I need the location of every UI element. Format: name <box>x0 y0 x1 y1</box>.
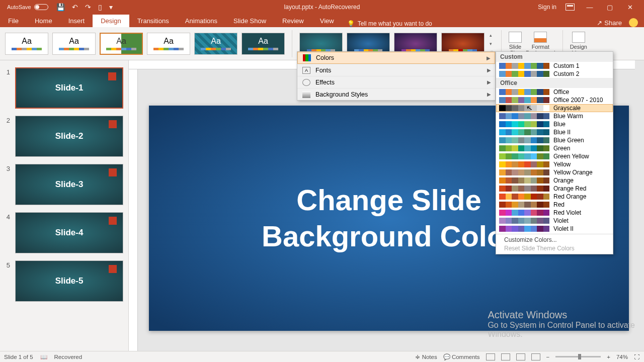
autosave-toggle[interactable]: AutoSave <box>7 4 48 10</box>
maximize-button[interactable]: ▢ <box>600 4 620 11</box>
scheme-name: Blue Warm <box>553 113 583 120</box>
menu-item-colors[interactable]: Colors ▶ <box>297 52 495 64</box>
color-scheme-item[interactable]: Blue Green <box>496 136 613 144</box>
status-bar: Slide 1 of 5 📖 Recovered ≑ Notes 💬 Comme… <box>0 351 644 362</box>
theme-thumb[interactable]: Aa <box>52 33 96 55</box>
variants-dropdown: Colors ▶ A Fonts ▶ Effects ▶ Background … <box>297 51 496 101</box>
sign-in-button[interactable]: Sign in <box>534 4 560 11</box>
scheme-name: Green Yellow <box>553 153 589 160</box>
swatch-icon <box>499 137 549 143</box>
tab-insert[interactable]: Insert <box>60 15 93 27</box>
slide-thumbnail[interactable]: Slide-1 <box>15 67 123 109</box>
color-scheme-item[interactable]: Orange <box>496 176 613 185</box>
colors-icon <box>303 54 311 61</box>
menu-item-fonts[interactable]: A Fonts ▶ <box>297 64 495 76</box>
slide-thumbnail-pane[interactable]: 1 Slide-1 2 Slide-2 3 Slide-3 4 Slide-4 … <box>0 60 129 351</box>
chevron-right-icon: ▶ <box>487 67 491 73</box>
tab-animations[interactable]: Animations <box>177 15 225 27</box>
swatch-icon <box>499 161 549 167</box>
qat-more-icon[interactable]: ▾ <box>109 4 113 11</box>
scheme-name: Grayscale <box>553 105 581 112</box>
close-button[interactable]: ✕ <box>620 4 640 11</box>
tell-me-search[interactable]: 💡 Tell me what you want to do <box>342 20 437 27</box>
slideshow-view-button[interactable] <box>531 353 540 360</box>
color-scheme-item[interactable]: Violet <box>496 217 613 225</box>
theme-thumb[interactable]: Aa <box>242 33 285 55</box>
thumb-row[interactable]: 3 Slide-3 <box>0 162 128 210</box>
tab-view[interactable]: View <box>312 15 342 27</box>
color-scheme-item[interactable]: Yellow Orange <box>496 168 613 176</box>
color-scheme-item[interactable]: Red <box>496 201 613 209</box>
swatch-icon <box>499 169 549 175</box>
document-title: layout.pptx - AutoRecovered <box>284 4 360 11</box>
color-scheme-list[interactable]: CustomCustom 1Custom 2OfficeOfficeOffice… <box>496 52 613 234</box>
spellcheck-icon[interactable]: 📖 <box>40 353 47 360</box>
zoom-slider[interactable] <box>555 356 601 357</box>
thumb-row[interactable]: 1 Slide-1 <box>0 65 128 114</box>
ribbon-display-icon[interactable] <box>566 4 575 11</box>
fit-to-window-button[interactable]: ⛶ <box>634 354 640 360</box>
tab-slideshow[interactable]: Slide Show <box>225 15 274 27</box>
redo-icon[interactable]: ↷ <box>85 4 91 11</box>
zoom-level[interactable]: 74% <box>616 354 628 360</box>
theme-thumb[interactable]: Aa <box>194 33 237 55</box>
bulb-icon: 💡 <box>347 20 355 27</box>
chevron-right-icon: ▶ <box>487 55 491 61</box>
slide-title-text[interactable]: Change Slide Background Color <box>262 182 516 255</box>
color-scheme-item[interactable]: Grayscale <box>496 104 613 112</box>
status-recovered: Recovered <box>54 354 83 360</box>
color-scheme-item[interactable]: Red Orange <box>496 193 613 201</box>
thumb-label: Slide-1 <box>55 83 84 93</box>
notes-button[interactable]: ≑ Notes <box>415 353 437 360</box>
swatch-icon <box>499 145 549 151</box>
color-scheme-item[interactable]: Office 2007 - 2010 <box>496 96 613 104</box>
zoom-in-button[interactable]: + <box>607 354 610 360</box>
minimize-button[interactable]: — <box>580 4 600 11</box>
color-scheme-item[interactable]: Red Violet <box>496 209 613 217</box>
reading-view-button[interactable] <box>516 353 525 360</box>
swatch-icon <box>499 129 549 135</box>
color-scheme-item[interactable]: Green <box>496 144 613 152</box>
color-scheme-item[interactable]: Blue Warm <box>496 112 613 120</box>
color-scheme-item[interactable]: Blue <box>496 120 613 128</box>
thumb-row[interactable]: 2 Slide-2 <box>0 114 128 162</box>
color-scheme-item[interactable]: Office <box>496 88 613 96</box>
tab-review[interactable]: Review <box>274 15 312 27</box>
color-scheme-item[interactable]: Blue II <box>496 128 613 136</box>
slide-thumbnail[interactable]: Slide-2 <box>15 116 123 157</box>
slide-size-icon <box>509 32 522 43</box>
sorter-view-button[interactable] <box>501 353 510 360</box>
share-button[interactable]: ↗ Share <box>597 19 622 27</box>
zoom-out-button[interactable]: − <box>546 354 550 360</box>
color-scheme-item[interactable]: Green Yellow <box>496 152 613 160</box>
background-styles-icon <box>302 91 310 98</box>
menu-item-background-styles[interactable]: Background Styles ▶ <box>297 88 495 100</box>
activate-line3: Windows. <box>488 330 635 339</box>
theme-thumb-selected[interactable]: Aa <box>100 33 143 55</box>
slide-thumbnail[interactable]: Slide-4 <box>15 212 123 253</box>
tab-transitions[interactable]: Transitions <box>129 15 177 27</box>
undo-icon[interactable]: ↶ <box>72 4 78 11</box>
thumb-row[interactable]: 5 Slide-5 <box>0 258 128 307</box>
slide-thumbnail[interactable]: Slide-3 <box>15 164 123 205</box>
tab-design[interactable]: Design <box>93 15 129 27</box>
swatch-icon <box>499 113 549 119</box>
save-icon[interactable]: 💾 <box>56 4 65 11</box>
menu-item-effects[interactable]: Effects ▶ <box>297 76 495 88</box>
comments-button[interactable]: 💬 Comments <box>443 353 480 360</box>
slide-thumbnail[interactable]: Slide-5 <box>15 260 123 302</box>
tab-home[interactable]: Home <box>27 15 60 27</box>
thumb-row[interactable]: 4 Slide-4 <box>0 210 128 258</box>
color-scheme-item[interactable]: Yellow <box>496 160 613 168</box>
start-from-beginning-icon[interactable]: ▯ <box>98 4 102 11</box>
theme-thumb[interactable]: Aa <box>147 33 190 55</box>
customize-colors-button[interactable]: Customize Colors... <box>504 236 605 243</box>
feedback-icon[interactable] <box>629 18 638 27</box>
theme-thumb[interactable]: Aa <box>5 33 48 55</box>
color-scheme-item[interactable]: Custom 1 <box>496 62 613 70</box>
tab-file[interactable]: File <box>0 15 27 27</box>
color-scheme-item[interactable]: Violet II <box>496 225 613 233</box>
normal-view-button[interactable] <box>486 353 495 360</box>
color-scheme-item[interactable]: Orange Red <box>496 185 613 193</box>
color-scheme-item[interactable]: Custom 2 <box>496 70 613 78</box>
